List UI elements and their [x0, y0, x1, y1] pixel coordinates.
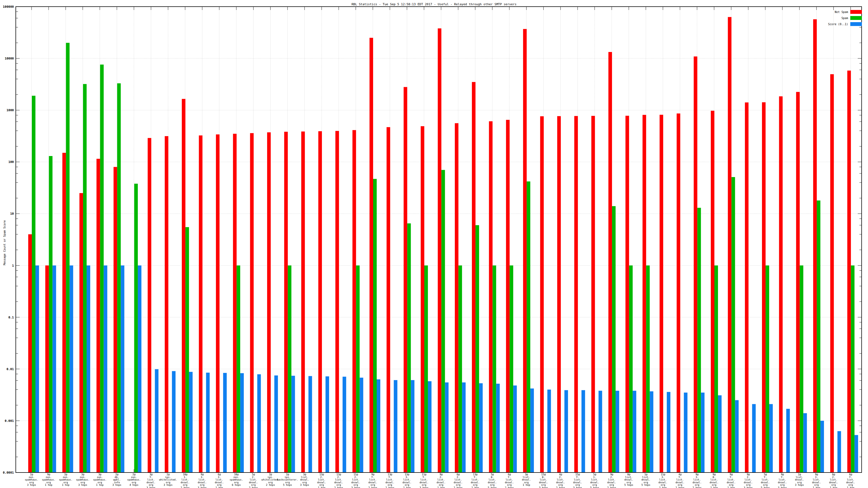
svg-text:6@3.list.dnswl.org1 hop: 6@3.list.dnswl.org1 hop [215, 473, 224, 488]
legend-item-not-spam: Not Spam [828, 10, 862, 14]
svg-text:15@0.list.dnswl.org3 hops: 15@0.list.dnswl.org3 hops [539, 473, 548, 488]
legend-label-score: Score (0..1) [828, 23, 848, 26]
svg-text:13@Y.list.dnswl.org2 hops: 13@Y.list.dnswl.org2 hops [385, 473, 395, 488]
svg-text:5@0.list.dnswl.org5 hops: 5@0.list.dnswl.org5 hops [488, 473, 497, 488]
rbl-bar-chart: 2@zen.spamhaus.org3 hops9@zen.spamhaus.o… [0, 0, 868, 488]
svg-text:9@2.list.dnswl.org1 hop: 9@2.list.dnswl.org1 hop [436, 473, 445, 488]
svg-text:9@0.list.dnswl.org1 hop: 9@0.list.dnswl.org1 hop [710, 473, 719, 488]
svg-text:2@zen.spamhaus.org4 hops: 2@zen.spamhaus.org4 hops [127, 473, 141, 486]
legend-item-score: Score (0..1) [828, 22, 862, 26]
svg-text:6@Y.list.dnswl.org2 hops: 6@Y.list.dnswl.org2 hops [505, 473, 514, 488]
svg-text:13@2.list.dnswl.org2 hops: 13@2.list.dnswl.org2 hops [334, 473, 343, 488]
svg-text:100000: 100000 [3, 5, 14, 8]
svg-text:13@Y.list.dnswl.org1 hop: 13@Y.list.dnswl.org1 hop [471, 473, 480, 488]
svg-text:2@db.wpbl.info3 hops: 2@db.wpbl.info3 hops [113, 473, 122, 486]
svg-text:2@ips.backscatterer.org5 hops: 2@ips.backscatterer.org5 hops [277, 473, 298, 486]
svg-text:0.0001: 0.0001 [3, 471, 14, 475]
svg-text:5@1.list.dnswl.org5 hops: 5@1.list.dnswl.org5 hops [590, 473, 599, 488]
svg-text:2@zen.spamhaus.org3 hops: 2@zen.spamhaus.org3 hops [25, 473, 38, 486]
svg-text:9@2.list.dnswl.org2 hops: 9@2.list.dnswl.org2 hops [607, 473, 616, 488]
svg-text:11@2.list.dnswl.org3 hops: 11@2.list.dnswl.org3 hops [351, 473, 361, 488]
legend-label-spam: Spam [841, 17, 848, 20]
svg-text:13@3.list.dnswl.org1 hop: 13@3.list.dnswl.org1 hop [402, 473, 411, 488]
svg-text:3@list.dnswl.org3 hops: 3@list.dnswl.org3 hops [300, 473, 309, 486]
svg-text:9@Y.list.dnswl.org2 hops: 9@Y.list.dnswl.org2 hops [368, 473, 377, 488]
svg-text:2@ips.whitelisted.org3 hops: 2@ips.whitelisted.org3 hops [159, 473, 177, 486]
svg-text:11@3.list.dnswl.org1 hop: 11@3.list.dnswl.org1 hop [658, 473, 668, 488]
svg-text:9@3.list.dnswl.org2 hops: 9@3.list.dnswl.org2 hops [692, 473, 702, 488]
svg-text:3@zen.spamhaus.org3 hops: 3@zen.spamhaus.org3 hops [76, 473, 90, 486]
svg-text:11@Y.list.dnswl.org3 hops: 11@Y.list.dnswl.org3 hops [420, 473, 429, 488]
svg-text:6@2.list.dnswl.org1 hop: 6@2.list.dnswl.org1 hop [829, 473, 838, 488]
svg-text:9@Y.list.dnswl.org3 hops: 9@Y.list.dnswl.org3 hops [778, 473, 787, 488]
score-color-swatch [850, 22, 862, 26]
svg-text:6@Y.list.dnswl.org1 hop: 6@Y.list.dnswl.org1 hop [846, 473, 855, 488]
svg-text:1: 1 [12, 264, 14, 267]
legend: Not Spam Spam Score (0..1) [828, 10, 862, 28]
svg-text:100: 100 [8, 160, 14, 164]
svg-text:0.1: 0.1 [8, 316, 14, 319]
svg-text:5@2.list.dnswl.org2 hops: 5@2.list.dnswl.org2 hops [249, 473, 258, 488]
legend-item-spam: Spam [828, 16, 862, 20]
svg-text:3@list.dnswl.org1 hop: 3@list.dnswl.org1 hop [522, 473, 531, 486]
svg-text:3@Y.list.dnswl.org3 hops: 3@Y.list.dnswl.org3 hops [147, 473, 156, 488]
svg-text:10@1.list.dnswl.org2 hops: 10@1.list.dnswl.org2 hops [181, 473, 190, 488]
svg-text:1@list.dnswl.org5 hops: 1@list.dnswl.org5 hops [641, 473, 650, 486]
rbl-statistics-page: RBL Statistics - Tue Sep 5 12:58:13 EDT … [0, 0, 868, 488]
svg-text:9@Y.list.dnswl.org1 hop: 9@Y.list.dnswl.org1 hop [726, 473, 736, 488]
svg-text:4@2.list.dnswl.org2 hops: 4@2.list.dnswl.org2 hops [556, 473, 565, 488]
svg-text:13@2.list.dnswl.org1 hop: 13@2.list.dnswl.org1 hop [317, 473, 326, 488]
svg-text:2@list.dnswl.org3 hops: 2@list.dnswl.org3 hops [795, 473, 804, 486]
svg-text:0.001: 0.001 [5, 419, 14, 423]
svg-text:0@list.dnswl.org5 hops: 0@list.dnswl.org5 hops [624, 473, 633, 486]
legend-label-not-spam: Not Spam [835, 10, 848, 13]
svg-text:10: 10 [10, 212, 14, 216]
svg-text:9@3.list.dnswl.org3 hops: 9@3.list.dnswl.org3 hops [197, 473, 207, 488]
svg-text:4@Y.list.dnswl.org2 hops: 4@Y.list.dnswl.org2 hops [675, 473, 684, 488]
svg-text:9@2.list.dnswl.org3 hops: 9@2.list.dnswl.org3 hops [744, 473, 753, 488]
svg-text:5@Y.list.dnswl.org5 hops: 5@Y.list.dnswl.org5 hops [761, 473, 770, 488]
svg-text:2@zen.spamhaus.org1 hop: 2@zen.spamhaus.org1 hop [59, 473, 72, 486]
svg-text:0.01: 0.01 [7, 367, 14, 371]
spam-color-swatch [850, 16, 862, 20]
svg-text:10@zen.spamhaus.org6 hops: 10@zen.spamhaus.org6 hops [229, 473, 243, 486]
svg-text:9@zen.spamhaus.org1 hop: 9@zen.spamhaus.org1 hop [42, 473, 55, 486]
not-spam-color-swatch [850, 10, 862, 14]
svg-text:3@zen.spamhaus.org1 hop: 3@zen.spamhaus.org1 hop [93, 473, 106, 486]
svg-text:10000: 10000 [5, 57, 14, 60]
svg-text:1000: 1000 [7, 108, 14, 112]
svg-text:15@Y.list.dnswl.org3 hops: 15@Y.list.dnswl.org3 hops [573, 473, 582, 488]
svg-text:9@3.list.dnswl.org1 hop: 9@3.list.dnswl.org1 hop [812, 473, 821, 488]
svg-text:6@2.list.dnswl.org2 hops: 6@2.list.dnswl.org2 hops [454, 473, 463, 488]
